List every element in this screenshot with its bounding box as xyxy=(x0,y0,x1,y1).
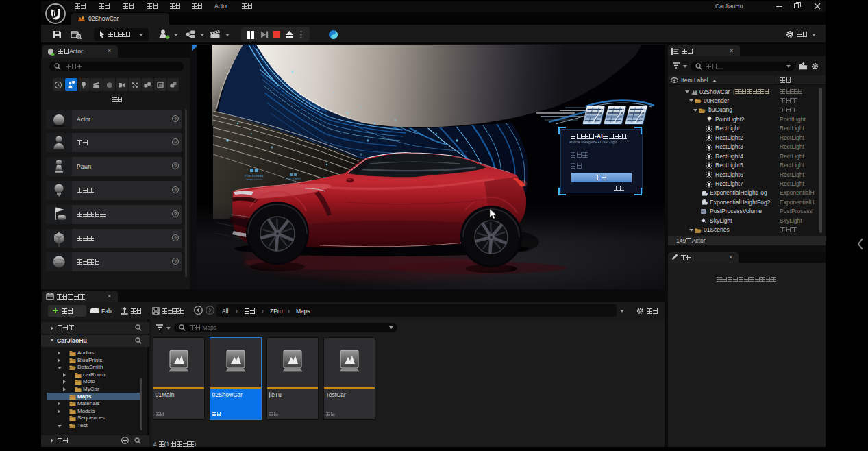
svg-text:POSITIONING: POSITIONING xyxy=(245,174,263,178)
svg-text:POSITIONING: POSITIONING xyxy=(286,178,301,180)
